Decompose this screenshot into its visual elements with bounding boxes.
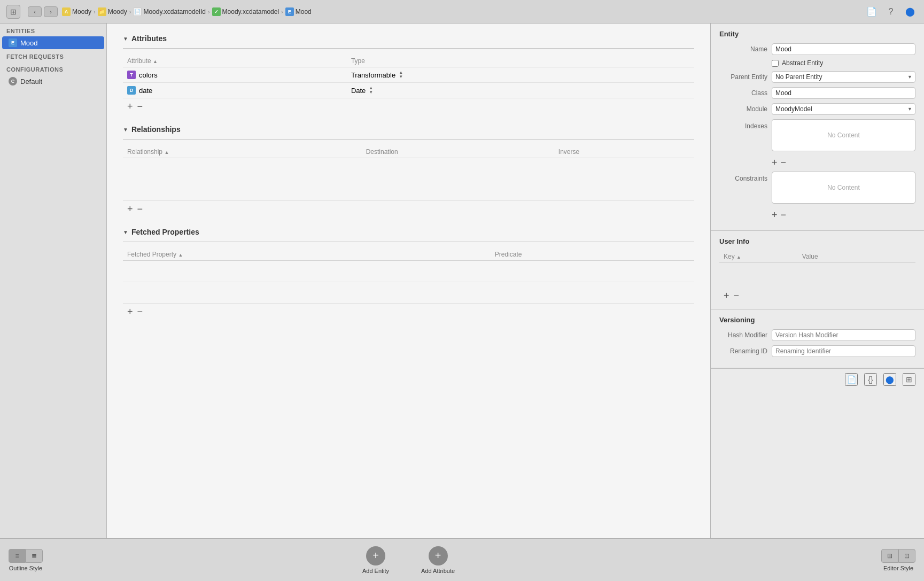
inverse-col-header: Inverse xyxy=(554,146,694,158)
renaming-id-label: Renaming ID xyxy=(719,347,767,355)
toolbar-center: + Add Entity + Add Attribute xyxy=(107,546,710,574)
remove-index-button[interactable]: − xyxy=(781,158,787,167)
breadcrumb: A Moody › 📁 Moody › 📄 Moody.xcdatamodelI… xyxy=(62,7,860,16)
relationships-section-header: ▼ Relationships xyxy=(123,125,694,134)
sidebar-item-default[interactable]: C Default xyxy=(2,75,104,88)
hash-modifier-label: Hash Modifier xyxy=(719,331,767,339)
sidebar-item-mood[interactable]: E Mood xyxy=(2,36,104,49)
attributes-divider xyxy=(123,48,694,49)
forward-button[interactable]: › xyxy=(44,6,58,17)
grid-view-button[interactable]: ⊞ xyxy=(6,5,20,19)
relationships-add-remove: + − xyxy=(123,201,694,217)
share-action-button[interactable]: ⬤ xyxy=(903,4,918,19)
panel-braces-icon-button[interactable]: {} xyxy=(864,373,877,386)
indexes-content-box: No Content xyxy=(772,119,915,151)
attribute-col-header: Attribute ▲ xyxy=(123,55,347,67)
attributes-toggle[interactable]: ▼ xyxy=(123,36,128,42)
destination-col-header: Destination xyxy=(362,146,554,158)
breadcrumb-label-2: Moody xyxy=(108,8,127,16)
remove-constraint-button[interactable]: − xyxy=(781,210,787,220)
add-attribute-button[interactable]: + Add Attribute xyxy=(421,546,455,574)
breadcrumb-item-1[interactable]: A Moody xyxy=(62,7,91,16)
outline-style-detail-button[interactable]: ≣ xyxy=(26,549,43,563)
parent-entity-select[interactable]: No Parent Entity xyxy=(772,71,915,83)
transformable-icon: T xyxy=(127,71,136,79)
main-layout: ENTITIES E Mood FETCH REQUESTS CONFIGURA… xyxy=(0,24,924,538)
name-label: Name xyxy=(719,45,767,53)
module-select[interactable]: MoodyModel xyxy=(772,103,915,115)
add-relationship-button[interactable]: + xyxy=(127,204,133,214)
fetched-property-sort-arrow[interactable]: ▲ xyxy=(178,252,183,258)
user-info-add-remove: + − xyxy=(719,289,915,303)
attribute-sort-arrow[interactable]: ▲ xyxy=(153,59,158,64)
help-action-button[interactable]: ? xyxy=(883,4,898,19)
abstract-entity-row: Abstract Entity xyxy=(772,59,915,67)
attributes-section-header: ▼ Attributes xyxy=(123,34,694,43)
editor-style-graph-button[interactable]: ⊡ xyxy=(898,549,915,563)
indexes-field-row: Indexes No Content + − xyxy=(719,119,915,167)
hash-modifier-input[interactable] xyxy=(772,329,915,341)
constraints-content-box: No Content xyxy=(772,172,915,204)
relationships-title: Relationships xyxy=(131,125,181,134)
user-info-title: User Info xyxy=(719,237,915,245)
entities-section-header: ENTITIES xyxy=(0,24,106,36)
add-attribute-circle-icon: + xyxy=(429,546,448,565)
breadcrumb-item-4[interactable]: ✓ Moody.xcdatamodel xyxy=(212,7,279,16)
right-panel: Entity Name Abstract Entity Parent Entit… xyxy=(710,24,924,538)
table-row[interactable]: D date Date ▲▼ xyxy=(123,83,694,98)
remove-user-info-button[interactable]: − xyxy=(734,291,740,300)
breadcrumb-item-5[interactable]: E Mood xyxy=(285,7,312,16)
add-fetched-property-button[interactable]: + xyxy=(127,307,133,316)
add-constraint-button[interactable]: + xyxy=(772,210,778,220)
table-row xyxy=(123,261,694,282)
breadcrumb-icon-2: 📁 xyxy=(98,7,106,16)
remove-attribute-row-button[interactable]: − xyxy=(137,102,143,111)
table-row[interactable]: T colors Transformable ▲▼ xyxy=(123,67,694,83)
add-entity-button[interactable]: + Add Entity xyxy=(362,546,389,574)
key-sort-icon[interactable]: ▲ xyxy=(736,254,741,260)
date-icon: D xyxy=(127,86,136,95)
breadcrumb-icon-5: E xyxy=(285,7,294,16)
breadcrumb-label-5: Mood xyxy=(296,8,312,16)
renaming-id-input[interactable] xyxy=(772,345,915,357)
remove-relationship-button[interactable]: − xyxy=(137,204,143,214)
add-index-button[interactable]: + xyxy=(772,158,778,167)
outline-style-list-button[interactable]: ≡ xyxy=(9,549,26,563)
relationships-toggle[interactable]: ▼ xyxy=(123,127,128,133)
relationship-sort-arrow[interactable]: ▲ xyxy=(164,150,169,155)
type-stepper[interactable]: ▲▼ xyxy=(399,71,403,79)
remove-fetched-property-button[interactable]: − xyxy=(137,307,143,316)
add-entity-label: Add Entity xyxy=(362,568,389,574)
editor-style-toggle: ⊟ ⊡ xyxy=(881,549,915,563)
breadcrumb-icon-1: A xyxy=(62,7,71,16)
back-button[interactable]: ‹ xyxy=(28,6,42,17)
config-icon: C xyxy=(9,77,17,86)
name-input[interactable] xyxy=(772,43,915,55)
outline-style-group: ≡ ≣ Outline Style xyxy=(9,549,43,571)
breadcrumb-sep-3: › xyxy=(208,9,210,15)
class-input[interactable] xyxy=(772,87,915,99)
editor-style-table-button[interactable]: ⊟ xyxy=(881,549,898,563)
panel-doc-icon-button[interactable]: 📄 xyxy=(845,373,858,386)
add-attribute-row-button[interactable]: + xyxy=(127,102,133,111)
content-area: ▼ Attributes Attribute ▲ Type xyxy=(107,24,710,538)
user-info-table: Key ▲ Value xyxy=(719,251,915,284)
attributes-title: Attributes xyxy=(131,34,167,43)
indexes-label: Indexes xyxy=(719,119,767,130)
breadcrumb-item-3[interactable]: 📄 Moody.xcdatamodelId xyxy=(133,7,206,16)
doc-action-button[interactable]: 📄 xyxy=(864,4,879,19)
fetched-properties-table: Fetched Property ▲ Predicate xyxy=(123,249,694,304)
versioning-section: Versioning Hash Modifier Renaming ID xyxy=(711,309,924,368)
outline-style-toggle: ≡ ≣ xyxy=(9,549,43,563)
relationship-col-header: Relationship ▲ xyxy=(123,146,362,158)
fetched-properties-title: Fetched Properties xyxy=(131,228,199,236)
panel-circle-icon-button[interactable]: ⬤ xyxy=(883,373,896,386)
breadcrumb-item-2[interactable]: 📁 Moody xyxy=(98,7,127,16)
type-stepper-2[interactable]: ▲▼ xyxy=(369,86,373,95)
panel-table-icon-button[interactable]: ⊞ xyxy=(903,373,915,386)
bottom-toolbar: ≡ ≣ Outline Style + Add Entity + Add Att… xyxy=(0,538,924,581)
breadcrumb-label-4: Moody.xcdatamodel xyxy=(222,8,279,16)
fetched-properties-toggle[interactable]: ▼ xyxy=(123,229,128,235)
add-user-info-button[interactable]: + xyxy=(724,291,729,300)
abstract-entity-checkbox[interactable] xyxy=(772,60,779,67)
